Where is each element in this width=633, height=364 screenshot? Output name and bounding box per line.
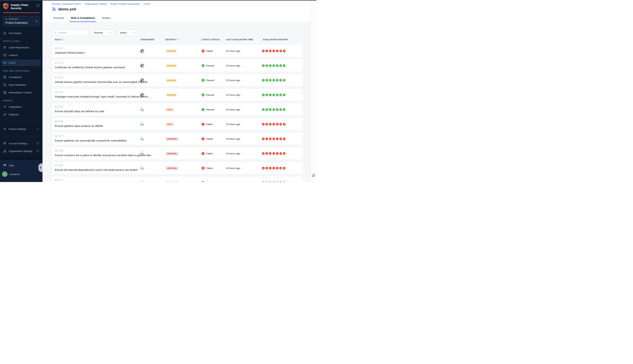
rule-cell: Id: 3.1.7 xyxy=(55,179,63,182)
sidebar-section-heading: MANAGE xyxy=(3,100,40,102)
standard-cell xyxy=(138,89,146,101)
table-row[interactable]: Id: 2.1.1 Unpinned GitHub Actions MEDIUM… xyxy=(52,45,302,57)
status-passed-icon: ✓ xyxy=(202,64,204,67)
severity-cell: HIGH xyxy=(166,118,174,130)
table-row[interactable]: Id: 2.1.3 GitHub Actions pipeline comman… xyxy=(52,74,302,86)
table-row[interactable]: Id: 2.3.7 Ensure pipelines are automatic… xyxy=(52,133,302,145)
severity-badge: MEDIUM xyxy=(166,49,178,53)
app-title: Supply Chain Security xyxy=(10,3,34,10)
severity-badge: CRITICAL xyxy=(166,181,179,182)
table-row[interactable]: Id: 3.1.7 CIS CRITICAL ✕ Failed 23 hours… xyxy=(52,177,302,182)
user-name: Lavakush xyxy=(9,173,20,176)
sidebar-item-integrations[interactable]: Integrations xyxy=(2,104,41,110)
tab-actions[interactable]: Actions xyxy=(100,14,112,22)
tab-overview[interactable]: Overview xyxy=(52,14,66,22)
rule-id: Id: 2.4.6 xyxy=(55,120,103,123)
history-pass-icon: ✓ xyxy=(272,94,275,96)
sidebar-item-account-settings[interactable]: Account Settings xyxy=(2,140,41,147)
collapse-arrow-icon xyxy=(40,167,41,169)
history-pass-icon: ✓ xyxy=(262,64,265,67)
table-row[interactable]: Id: 2.1.2 Certificate not verified by Gi… xyxy=(52,60,302,72)
column-header-severity[interactable]: SEVERITY ▼ xyxy=(166,38,179,41)
search-icon xyxy=(54,31,57,34)
evaluation-history-cell: ✕✕✕✕✕✕✕ xyxy=(262,177,286,182)
breadcrumb-link[interactable]: Organization: default xyxy=(84,2,106,5)
info-icon[interactable] xyxy=(36,142,39,145)
severity-cell: MEDIUM xyxy=(166,45,178,57)
sidebar-item-rule-definitions[interactable]: Rule Definitions xyxy=(2,82,41,88)
cis-logo-icon: CIS xyxy=(140,137,144,141)
severity-badge: CRITICAL xyxy=(166,137,179,141)
table-row[interactable]: Id: 2.3.8 Ensure scanners are in place t… xyxy=(52,148,302,160)
status-filter-dropdown[interactable]: Status xyxy=(118,30,138,36)
severity-cell: CRITICAL xyxy=(166,148,179,160)
rule-name: Certificate not verified by GitHub Actio… xyxy=(55,66,125,69)
severity-cell: CRITICAL xyxy=(166,133,179,145)
sidebar-item-ci-cd[interactable]: CI/CD xyxy=(2,60,41,66)
rule-id: Id: 2.3.1 xyxy=(55,106,104,108)
supply-chain-security-logo-icon xyxy=(3,3,9,10)
rule-name: Packages insecurely installed through “n… xyxy=(55,95,151,98)
sort-icon: ▲▼ xyxy=(62,38,64,41)
cicd-infinity-icon xyxy=(3,61,6,65)
tab-risk-compliance[interactable]: Risk & Compliance xyxy=(70,14,96,22)
search-input[interactable] xyxy=(58,31,86,34)
breadcrumb-link[interactable]: Project: Product Exploratory xyxy=(110,2,140,5)
evaluation-history-cell: ✕✕✕✕✕✕✕ xyxy=(262,133,286,145)
severity-badge: MEDIUM xyxy=(166,78,178,82)
sidebar-group: MANAGEIntegrationsPipelines xyxy=(0,100,42,118)
sidebar-item-project-settings[interactable]: Project Settings xyxy=(2,126,41,132)
table-row[interactable]: Id: 2.4.2 Ensure all external dependenci… xyxy=(52,162,302,174)
chat-bubbles-icon[interactable] xyxy=(311,173,316,178)
history-pass-icon: ✓ xyxy=(262,94,265,96)
breadcrumb-link[interactable]: Account: Automation-SSCA xyxy=(52,2,81,5)
sidebar-item-compliance[interactable]: Compliance xyxy=(2,74,41,80)
svg-text:?: ? xyxy=(4,164,5,166)
sidebar-item-pipelines[interactable]: Pipelines xyxy=(2,111,41,118)
app-switcher-grid-icon[interactable] xyxy=(36,4,40,7)
history-pass-icon: ✓ xyxy=(283,79,286,82)
sidebar-item-help[interactable]: ? Help xyxy=(2,162,41,168)
user-menu[interactable]: L Lavakush xyxy=(2,171,41,177)
table-row[interactable]: Id: 2.4.6 Ensure pipeline steps produce … xyxy=(52,118,302,130)
main-area: Account: Automation-SSCA›Organization: d… xyxy=(42,0,316,182)
history-pass-icon: ✓ xyxy=(262,108,265,111)
sidebar-item-remediation-tracker[interactable]: Remediation Tracker xyxy=(2,89,41,96)
history-pass-icon: ✓ xyxy=(269,94,272,96)
info-icon[interactable] xyxy=(36,150,39,152)
owasp-logo-icon xyxy=(140,49,144,53)
rule-cell: Id: 2.3.1 Ensure all build steps are def… xyxy=(55,106,104,113)
cis-logo-icon: CIS xyxy=(140,152,144,156)
pipeline-icon xyxy=(52,7,56,12)
history-fail-icon: ✕ xyxy=(269,152,272,155)
latest-status-cell: ✕ Failed xyxy=(202,118,213,130)
sidebar-item-code-repositories[interactable]: Code Repositories xyxy=(2,44,41,51)
project-label: PROJECT xyxy=(9,18,19,20)
rule-id: Id: 2.1.4 xyxy=(55,91,151,94)
table-row[interactable]: Id: 2.3.1 Ensure all build steps are def… xyxy=(52,104,302,116)
evaluation-history-cell: ✕✕✕✕✕✕✕ xyxy=(262,162,286,174)
sidebar-item-label: Integrations xyxy=(9,106,22,108)
standard-cell xyxy=(138,74,146,86)
rule-cell: Id: 2.1.4 Packages insecurely installed … xyxy=(55,91,151,98)
severity-filter-dropdown[interactable]: Severity xyxy=(92,30,114,36)
severity-badge: HIGH xyxy=(166,108,174,112)
history-fail-icon: ✕ xyxy=(283,182,286,182)
standard-cell xyxy=(138,45,146,57)
sidebar-item-get-started[interactable]: Get Started xyxy=(2,30,41,36)
column-header-last-evaluation-time: LAST EVALUATION TIME xyxy=(226,38,253,41)
table-row[interactable]: Id: 2.1.4 Packages insecurely installed … xyxy=(52,89,302,101)
column-header-rule[interactable]: RULE ▲▼ xyxy=(55,38,63,41)
project-selector[interactable]: PROJECT Product Exploratory xyxy=(3,16,40,26)
status-label: Passed xyxy=(206,108,214,111)
sidebar-item-artifacts[interactable]: Artifacts xyxy=(2,52,41,58)
severity-badge: MEDIUM xyxy=(166,64,178,68)
sidebar-collapse-handle[interactable] xyxy=(38,164,42,172)
history-fail-icon: ✕ xyxy=(262,167,265,170)
history-pass-icon: ✓ xyxy=(279,79,282,82)
history-pass-icon: ✓ xyxy=(276,64,278,67)
status-filter-label: Status xyxy=(120,31,127,34)
sidebar-item-organization-settings[interactable]: Organization Settings xyxy=(2,148,41,154)
owasp-logo-icon xyxy=(140,78,144,82)
breadcrumb-link[interactable]: CI/CD xyxy=(144,2,150,5)
